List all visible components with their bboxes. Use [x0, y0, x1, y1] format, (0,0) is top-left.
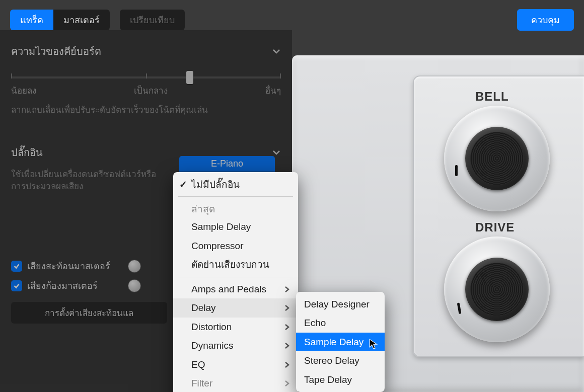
- master-reverb-knob[interactable]: [128, 260, 141, 273]
- plugin-menu: ไม่มีปลั๊กอิน ล่าสุด Sample Delay Compre…: [173, 172, 298, 392]
- menu-item-delay[interactable]: Delay: [173, 298, 298, 317]
- menu-item-distortion[interactable]: Distortion: [173, 318, 298, 336]
- menu-item-recent-sample-delay[interactable]: Sample Delay: [173, 217, 298, 236]
- submenu-item-tape-delay[interactable]: Tape Delay: [296, 370, 385, 389]
- menu-separator: [178, 196, 293, 197]
- menu-item-recent-noise-gate[interactable]: ตัดย่านเสียงรบกวน: [173, 255, 298, 274]
- chevron-right-icon: [284, 282, 290, 296]
- master-reverb-checkbox[interactable]: [11, 261, 22, 272]
- chevron-right-icon: [284, 338, 290, 353]
- master-echo-checkbox[interactable]: [11, 280, 22, 291]
- drive-knob[interactable]: [444, 237, 550, 342]
- drive-knob-label: DRIVE: [475, 220, 584, 234]
- velocity-section-header[interactable]: ความไวของคีย์บอร์ด: [11, 36, 281, 64]
- chevron-right-icon: [284, 320, 290, 334]
- menu-item-recent-compressor[interactable]: Compressor: [173, 237, 298, 255]
- velocity-slider-labels: น้อยลง เป็นกลาง อื่นๆ: [11, 84, 281, 97]
- velocity-title: ความไวของคีย์บอร์ด: [11, 43, 101, 59]
- submenu-item-delay-designer[interactable]: Delay Designer: [296, 295, 385, 313]
- controls-button[interactable]: ควบคุม: [517, 9, 574, 31]
- submenu-item-stereo-delay[interactable]: Stereo Delay: [296, 351, 385, 370]
- reverb-settings-button[interactable]: การตั้งค่าเสียงสะท้อนแล: [11, 302, 167, 324]
- mouse-cursor-icon: [369, 338, 380, 349]
- menu-item-filter[interactable]: Filter: [173, 374, 298, 392]
- view-segmented-control: แทร็ค มาสเตอร์: [10, 10, 110, 30]
- plugins-title: ปลั๊กอิน: [11, 144, 43, 161]
- submenu-item-echo[interactable]: Echo: [296, 313, 385, 332]
- velocity-helper-text: ลากแถบเลื่อนเพื่อปรับระดับอัตราเร็วของโน…: [11, 104, 281, 116]
- menu-item-amps-and-pedals[interactable]: Amps and Pedals: [173, 280, 298, 298]
- tab-track[interactable]: แทร็ค: [10, 10, 53, 30]
- menu-item-dynamics[interactable]: Dynamics: [173, 336, 298, 355]
- plugins-helper-text: ใช้เพื่อเปลี่ยนเครื่องดนตรีซอฟต์แวร์หรือ…: [11, 169, 167, 193]
- master-echo-knob[interactable]: [128, 279, 141, 292]
- menu-heading-recent: ล่าสุด: [173, 199, 298, 217]
- bell-knob[interactable]: [444, 106, 550, 211]
- chevron-right-icon: [284, 376, 290, 390]
- master-reverb-label: เสียงสะท้อนมาสเตอร์: [27, 259, 123, 273]
- compare-button[interactable]: เปรียบเทียบ: [120, 10, 185, 30]
- master-echo-label: เสียงก้องมาสเตอร์: [27, 278, 123, 293]
- tab-master[interactable]: มาสเตอร์: [53, 10, 110, 30]
- instrument-plugin-slot[interactable]: E-Piano: [179, 156, 275, 172]
- chevron-down-icon: [272, 148, 281, 157]
- menu-separator: [178, 277, 293, 277]
- knob-panel: BELL DRIVE: [413, 75, 584, 357]
- bell-knob-label: BELL: [475, 90, 584, 104]
- menu-item-eq[interactable]: EQ: [173, 355, 298, 374]
- chevron-down-icon: [272, 47, 281, 56]
- velocity-slider-thumb[interactable]: [186, 71, 193, 84]
- chevron-right-icon: [284, 357, 290, 372]
- chevron-right-icon: [284, 300, 290, 315]
- velocity-slider[interactable]: [11, 76, 281, 79]
- menu-item-no-plugin[interactable]: ไม่มีปลั๊กอิน: [173, 175, 298, 194]
